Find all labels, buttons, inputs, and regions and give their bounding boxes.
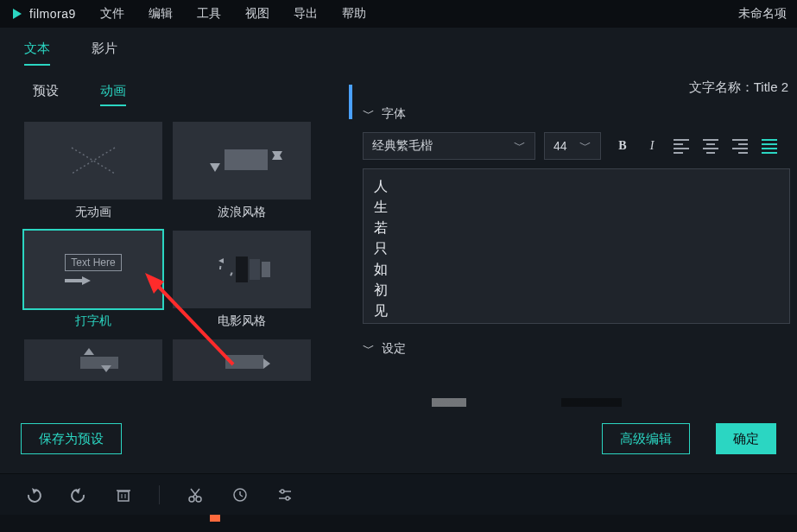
divider: [159, 485, 160, 504]
settings-content: [363, 372, 794, 407]
animation-panel: 预设 动画 无动画: [0, 71, 345, 408]
svg-point-35: [286, 497, 289, 500]
align-center-button[interactable]: [701, 136, 720, 155]
svg-point-34: [281, 490, 284, 493]
svg-rect-10: [262, 262, 270, 277]
bold-button[interactable]: B: [613, 136, 632, 155]
arrow-right-icon: [65, 276, 91, 285]
anim-label: 电影风格: [218, 314, 266, 329]
menu-export[interactable]: 导出: [294, 6, 318, 22]
italic-button[interactable]: I: [642, 136, 661, 155]
svg-rect-9: [250, 259, 260, 280]
menu-tools[interactable]: 工具: [197, 6, 221, 22]
delete-icon[interactable]: [114, 485, 133, 504]
text-content-input[interactable]: 人 生 若 只 如 初 见: [363, 168, 790, 324]
svg-marker-13: [84, 348, 94, 355]
extra-icon: [54, 343, 132, 377]
svg-rect-3: [225, 149, 268, 170]
svg-point-26: [196, 497, 201, 502]
anim-label: 波浪风格: [218, 205, 266, 220]
ok-button[interactable]: 确定: [716, 423, 776, 454]
titlebar: filmora9 文件 编辑 工具 视图 导出 帮助 未命名项: [0, 0, 797, 28]
project-title: 未命名项: [738, 6, 787, 22]
svg-line-31: [240, 495, 243, 497]
logo-icon: [10, 7, 24, 21]
text-name-row: 文字名称： Title 2: [363, 79, 794, 96]
tab-animation[interactable]: 动画: [100, 83, 126, 106]
scroll-indicator: [349, 85, 352, 119]
font-family-value: 经典繁毛楷: [372, 138, 433, 154]
tab-preset[interactable]: 预设: [33, 83, 59, 106]
text-properties-panel: 文字名称： Title 2 ﹀ 字体 经典繁毛楷 ﹀ 44 ﹀ B I: [345, 71, 797, 408]
typewriter-placeholder: Text Here: [65, 254, 121, 271]
align-right-button[interactable]: [731, 136, 750, 155]
clock-icon[interactable]: [231, 485, 250, 504]
animation-grid: 无动画 波浪风格 Text Here: [24, 122, 328, 381]
font-family-select[interactable]: 经典繁毛楷 ﹀: [363, 132, 535, 160]
svg-marker-11: [218, 258, 224, 263]
main-menu: 文件 编辑 工具 视图 导出 帮助: [100, 6, 366, 22]
svg-rect-21: [118, 491, 129, 501]
cut-icon[interactable]: [186, 485, 205, 504]
editor-body: 预设 动画 无动画: [0, 71, 797, 408]
svg-marker-20: [75, 488, 80, 494]
text-name-label: 文字名称：: [689, 79, 754, 96]
chevron-down-icon: ﹀: [579, 138, 591, 154]
svg-marker-7: [65, 276, 91, 285]
timeline[interactable]: [0, 515, 797, 532]
svg-rect-8: [236, 256, 248, 282]
anim-typewriter[interactable]: Text Here 打字机: [24, 231, 162, 329]
chevron-down-icon: ﹀: [363, 106, 375, 122]
mode-tab-bar: 文本 影片: [0, 28, 797, 71]
cinema-icon: [203, 248, 281, 291]
svg-rect-12: [80, 357, 118, 369]
svg-rect-15: [225, 355, 263, 369]
settings-heading: 设定: [382, 341, 406, 357]
anim-cinema[interactable]: 电影风格: [173, 231, 311, 329]
dialog-footer: 保存为预设 高级编辑 确定: [0, 408, 797, 473]
svg-marker-0: [13, 9, 22, 19]
undo-icon[interactable]: [24, 485, 43, 504]
anim-no-animation[interactable]: 无动画: [24, 122, 162, 220]
chevron-down-icon: ﹀: [514, 138, 526, 154]
advanced-edit-button[interactable]: 高级编辑: [602, 423, 690, 454]
redo-icon[interactable]: [69, 485, 88, 504]
svg-line-1: [72, 148, 115, 174]
anim-label: 打字机: [75, 314, 111, 329]
menu-edit[interactable]: 编辑: [149, 6, 173, 22]
font-size-value: 44: [553, 139, 567, 153]
font-heading: 字体: [382, 106, 406, 122]
app-name: filmora9: [29, 7, 76, 21]
chevron-down-icon: ﹀: [363, 341, 375, 357]
align-left-button[interactable]: [672, 136, 691, 155]
anim-wave[interactable]: 波浪风格: [173, 122, 311, 220]
playhead[interactable]: [210, 515, 220, 522]
wave-icon: [194, 139, 289, 182]
anim-extra-2[interactable]: [173, 339, 311, 381]
svg-point-25: [189, 497, 194, 502]
svg-marker-16: [263, 358, 270, 369]
save-preset-button[interactable]: 保存为预设: [21, 423, 122, 454]
svg-line-2: [72, 148, 115, 174]
tab-text[interactable]: 文本: [24, 34, 50, 66]
menu-file[interactable]: 文件: [100, 6, 124, 22]
menu-help[interactable]: 帮助: [342, 6, 366, 22]
extra-icon: [203, 343, 281, 377]
font-controls: 经典繁毛楷 ﹀ 44 ﹀ B I: [363, 132, 794, 160]
app-logo: filmora9: [10, 7, 76, 21]
svg-marker-4: [210, 163, 220, 172]
font-size-select[interactable]: 44 ﹀: [544, 132, 601, 160]
text-name-value: Title 2: [754, 79, 788, 96]
settings-section-toggle[interactable]: ﹀ 设定: [363, 341, 794, 357]
anim-extra-1[interactable]: [24, 339, 162, 381]
tab-movie[interactable]: 影片: [92, 34, 117, 66]
no-anim-icon: [63, 139, 123, 182]
align-justify-button[interactable]: [760, 136, 779, 155]
anim-label: 无动画: [75, 205, 111, 220]
font-section-toggle[interactable]: ﹀ 字体: [363, 106, 794, 122]
menu-view[interactable]: 视图: [245, 6, 269, 22]
adjust-icon[interactable]: [275, 485, 294, 504]
timeline-toolbar: [0, 473, 797, 515]
svg-marker-19: [32, 488, 37, 494]
